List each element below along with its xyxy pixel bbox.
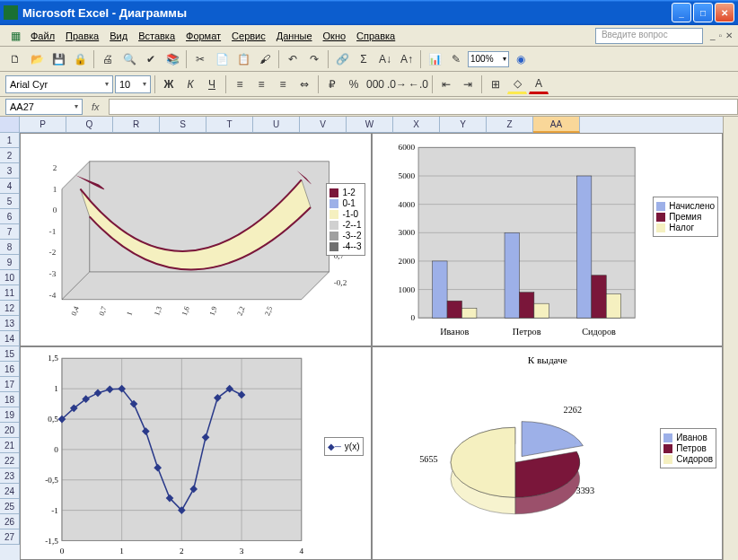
merge-center-icon[interactable]: ⇔	[294, 74, 314, 94]
row-header[interactable]: 27	[0, 529, 20, 545]
comma-icon[interactable]: 000	[365, 74, 385, 94]
print-icon[interactable]: 🖨	[98, 49, 118, 69]
chart-bar-salary[interactable]: 0100020003000400050006000ИвановПетровСид…	[372, 133, 724, 346]
row-header[interactable]: 6	[0, 209, 20, 224]
italic-button[interactable]: К	[180, 74, 200, 94]
doc-close-button[interactable]: ✕	[725, 31, 733, 40]
select-all-corner[interactable]	[0, 117, 20, 133]
format-painter-icon[interactable]: 🖌	[255, 49, 275, 69]
row-header[interactable]: 13	[0, 316, 20, 331]
row-header[interactable]: 11	[0, 285, 20, 301]
row-header[interactable]: 1	[0, 133, 20, 148]
autosum-icon[interactable]: Σ	[354, 49, 373, 69]
row-header[interactable]: 20	[0, 423, 20, 438]
fill-color-icon[interactable]: ◇	[507, 74, 527, 94]
help-icon[interactable]: ◉	[511, 49, 531, 69]
row-header[interactable]: 18	[0, 392, 20, 407]
excel-app-icon[interactable]: ▦	[5, 26, 25, 46]
row-header[interactable]: 16	[0, 362, 20, 377]
row-header[interactable]: 15	[0, 346, 20, 362]
inc-decimal-icon[interactable]: .0→	[387, 74, 407, 94]
row-header[interactable]: 24	[0, 484, 20, 499]
undo-icon[interactable]: ↶	[283, 49, 303, 69]
row-header[interactable]: 12	[0, 301, 20, 316]
col-header[interactable]: Q	[66, 117, 113, 133]
row-header[interactable]: 21	[0, 438, 20, 453]
permission-icon[interactable]: 🔒	[70, 49, 90, 69]
col-header[interactable]: T	[206, 117, 253, 133]
row-header[interactable]: 8	[0, 240, 20, 255]
row-header[interactable]: 14	[0, 331, 20, 346]
preview-icon[interactable]: 🔍	[119, 49, 139, 69]
align-left-icon[interactable]: ≡	[230, 74, 250, 94]
drawing-icon[interactable]: ✎	[446, 49, 466, 69]
menu-help[interactable]: Справка	[351, 29, 400, 43]
chart-line-yx[interactable]: -1,5-1-0,500,511,501234 ◆─y(x)	[20, 346, 372, 560]
font-combo[interactable]: Arial Cyr▾	[5, 75, 113, 93]
row-header[interactable]: 17	[0, 377, 20, 392]
row-header[interactable]: 10	[0, 270, 20, 285]
row-header[interactable]: 2	[0, 148, 20, 163]
row-header[interactable]: 5	[0, 194, 20, 209]
fx-label[interactable]: fx	[92, 101, 100, 112]
align-right-icon[interactable]: ≡	[273, 74, 293, 94]
help-question-input[interactable]: Введите вопрос	[595, 28, 703, 44]
vertical-scrollbar[interactable]	[723, 117, 738, 560]
col-header[interactable]: Z	[487, 117, 533, 133]
zoom-combo[interactable]: 100%▾	[468, 51, 509, 67]
row-header[interactable]: 26	[0, 514, 20, 529]
sort-desc-icon[interactable]: A↑	[397, 49, 417, 69]
col-header[interactable]: V	[300, 117, 347, 133]
dec-decimal-icon[interactable]: ←.0	[409, 74, 428, 94]
col-header[interactable]: S	[160, 117, 206, 133]
chart-surface-3d[interactable]: 210 -1-2-3-4 0,7-0,2 0,4 0,7 1 1,3 1,6 1…	[20, 133, 372, 346]
col-header[interactable]: W	[347, 117, 393, 133]
borders-icon[interactable]: ⊞	[486, 74, 505, 94]
col-header[interactable]: Y	[440, 117, 487, 133]
row-header[interactable]: 22	[0, 453, 20, 468]
maximize-button[interactable]: □	[693, 3, 713, 22]
row-header[interactable]: 25	[0, 499, 20, 514]
row-header[interactable]: 23	[0, 468, 20, 484]
menu-edit[interactable]: Правка	[60, 29, 104, 43]
chart-pie-payout[interactable]: К выдаче226233935655 Иванов Петров Сидор…	[372, 346, 724, 560]
minimize-button[interactable]: _	[672, 3, 691, 22]
new-icon[interactable]: 🗋	[5, 49, 25, 69]
formula-input[interactable]	[109, 99, 738, 115]
underline-button[interactable]: Ч	[202, 74, 222, 94]
row-header[interactable]: 9	[0, 255, 20, 270]
name-box[interactable]: AA27▾	[5, 99, 83, 115]
row-header[interactable]: 19	[0, 407, 20, 423]
currency-icon[interactable]: ₽	[322, 74, 342, 94]
redo-icon[interactable]: ↷	[304, 49, 324, 69]
col-header[interactable]: R	[113, 117, 160, 133]
col-header[interactable]: AA	[533, 117, 580, 133]
menu-window[interactable]: Окно	[318, 29, 352, 43]
col-header[interactable]: X	[393, 117, 440, 133]
menu-insert[interactable]: Вставка	[133, 29, 180, 43]
font-color-icon[interactable]: A	[529, 74, 549, 94]
spell-icon[interactable]: ✔	[141, 49, 161, 69]
row-header[interactable]: 3	[0, 163, 20, 179]
bold-button[interactable]: Ж	[159, 74, 179, 94]
menu-service[interactable]: Сервис	[226, 29, 271, 43]
chart-icon[interactable]: 📊	[425, 49, 444, 69]
col-header[interactable]: U	[253, 117, 300, 133]
doc-minimize-button[interactable]: _	[710, 31, 716, 40]
sort-asc-icon[interactable]: A↓	[375, 49, 395, 69]
row-header[interactable]: 7	[0, 224, 20, 240]
open-icon[interactable]: 📂	[27, 49, 47, 69]
copy-icon[interactable]: 📄	[212, 49, 232, 69]
menu-file[interactable]: Файл	[25, 29, 60, 43]
font-size-combo[interactable]: 10▾	[115, 75, 151, 93]
close-button[interactable]: ✕	[715, 3, 734, 22]
research-icon[interactable]: 📚	[163, 49, 182, 69]
cut-icon[interactable]: ✂	[190, 49, 210, 69]
menu-format[interactable]: Формат	[180, 29, 226, 43]
inc-indent-icon[interactable]: ⇥	[458, 74, 478, 94]
dec-indent-icon[interactable]: ⇤	[436, 74, 456, 94]
hyperlink-icon[interactable]: 🔗	[332, 49, 352, 69]
align-center-icon[interactable]: ≡	[251, 74, 271, 94]
menu-view[interactable]: Вид	[104, 29, 133, 43]
percent-icon[interactable]: %	[344, 74, 364, 94]
